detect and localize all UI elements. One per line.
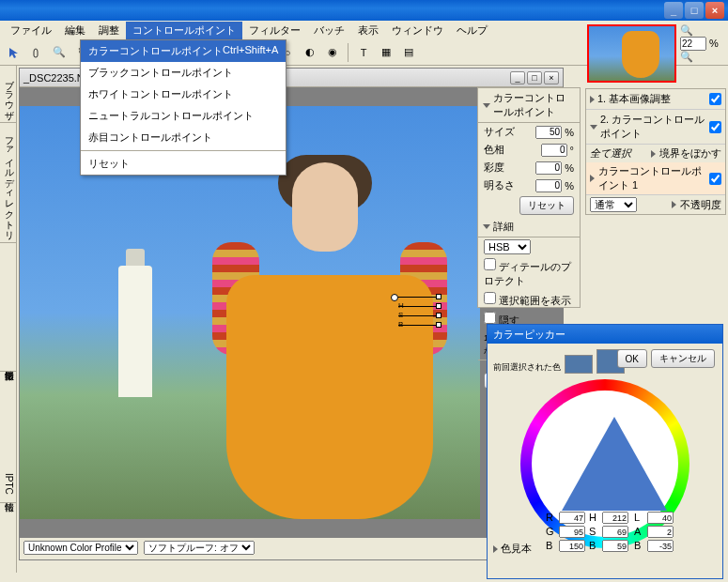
minimize-button[interactable]: _ <box>664 2 683 19</box>
detail-heading: 詳細 <box>493 220 514 234</box>
menu-item-white-cp[interactable]: ホワイトコントロールポイント <box>81 84 286 105</box>
control-point-overlay[interactable]: H S B <box>391 294 398 301</box>
menu-item-color-cp[interactable]: カラーコントロールポイント Ctrl+Shift+A <box>81 40 286 62</box>
tab-shootinfo[interactable]: 撮影情報 <box>0 356 17 372</box>
expand-icon <box>590 125 597 130</box>
bb-input[interactable] <box>647 540 674 552</box>
profile-select[interactable]: Unknown Color Profile <box>23 541 138 555</box>
l-input[interactable] <box>647 512 674 524</box>
menu-controlpoint[interactable]: コントロールポイント <box>126 22 242 39</box>
close-button[interactable]: × <box>705 2 724 19</box>
expand-icon <box>590 175 595 182</box>
tab-filedir[interactable]: ファイルディレクトリ <box>0 123 17 243</box>
cp-cancel-button[interactable]: キャンセル <box>651 349 715 368</box>
menu-help[interactable]: ヘルプ <box>450 22 494 39</box>
adj-basic[interactable]: 1. 基本画像調整 <box>586 89 725 110</box>
menu-item-redeye-cp[interactable]: 赤目コントロールポイント <box>81 127 286 148</box>
prev-color-label: 前回選択された色 <box>493 361 561 374</box>
menu-item-black-cp[interactable]: ブラックコントロールポイント <box>81 62 286 84</box>
check-protect[interactable] <box>484 258 496 270</box>
expand-icon[interactable] <box>493 545 498 553</box>
colorpicker-title: カラーピッカー <box>488 325 722 344</box>
hue-input[interactable] <box>541 144 567 157</box>
cp-ok-button[interactable]: OK <box>617 349 647 368</box>
tab-browser[interactable]: ブラウザ <box>0 66 17 123</box>
menu-filter[interactable]: フィルター <box>242 22 307 39</box>
check-showsel[interactable] <box>484 292 496 304</box>
cp-list-item[interactable]: カラーコントロールポイント 1 <box>586 162 725 195</box>
color-triangle[interactable] <box>562 417 667 511</box>
select-all-link[interactable]: 全て選択 <box>590 146 631 161</box>
tool-text[interactable]: T <box>353 42 374 63</box>
adj-check[interactable] <box>709 93 721 105</box>
b2-input[interactable] <box>602 540 628 552</box>
s-input[interactable] <box>602 526 628 538</box>
softproof-select[interactable]: ソフトプルーフ: オフ <box>144 541 255 555</box>
ccp-panel: カラーコントロールポイント サイズ % 色相 ° 彩度 % 明るさ % リセット… <box>477 87 581 308</box>
b-input[interactable] <box>559 540 585 552</box>
maximize-button[interactable]: □ <box>685 2 704 19</box>
menu-file[interactable]: ファイル <box>4 22 58 39</box>
menu-item-neutral-cp[interactable]: ニュートラルコントロールポイント <box>81 105 286 127</box>
blend-select[interactable]: 通常 <box>590 197 637 212</box>
tool-misc2[interactable]: ▤ <box>398 42 419 63</box>
right-column: 🔍 % 🔍 1. 基本画像調整 2. カラーコントロールポイント 全て選択境界を… <box>585 23 726 215</box>
a-input[interactable] <box>647 526 674 538</box>
menu-batch[interactable]: バッチ <box>307 22 351 39</box>
size-input[interactable] <box>535 126 562 139</box>
tab-iptc[interactable]: IPTC情報 <box>0 466 17 503</box>
subject-graphic <box>208 162 452 519</box>
color-values: RHL GSA BBB <box>546 512 677 552</box>
zoom-out-icon[interactable]: 🔍 <box>680 51 719 63</box>
tool-cp-color[interactable]: ◉ <box>322 42 343 63</box>
tool-zoom[interactable]: 🔍 <box>49 42 70 63</box>
g-input[interactable] <box>559 526 585 538</box>
adjustments-panel: 1. 基本画像調整 2. カラーコントロールポイント 全て選択境界をぼかす カラ… <box>585 88 726 215</box>
expand-icon[interactable] <box>672 201 676 208</box>
colorpicker-dialog: カラーピッカー OK キャンセル 前回選択された色 RHL GSA BBB 色見… <box>487 324 723 579</box>
thumbnail[interactable] <box>587 24 676 83</box>
collapse-icon[interactable] <box>483 224 490 229</box>
check-hide[interactable] <box>484 312 496 324</box>
expand-icon <box>590 96 595 103</box>
tool-hand[interactable] <box>26 42 47 63</box>
doc-maximize[interactable]: □ <box>527 71 542 84</box>
r-input[interactable] <box>559 512 585 524</box>
titlebar: _ □ × <box>0 0 728 21</box>
doc-close[interactable]: × <box>544 71 559 84</box>
menu-item-shortcut: Ctrl+Shift+A <box>223 44 278 58</box>
bright-input[interactable] <box>535 179 562 192</box>
menu-adjust[interactable]: 調整 <box>92 22 126 39</box>
tool-misc1[interactable]: ▦ <box>376 42 396 63</box>
prev-swatch[interactable] <box>565 355 593 374</box>
menu-item-label: カラーコントロールポイント <box>88 44 223 58</box>
adj-check[interactable] <box>709 121 721 133</box>
statusbar: Unknown Color Profile ソフトプルーフ: オフ <box>20 538 563 557</box>
swatch-link[interactable]: 色見本 <box>501 542 532 556</box>
h-input[interactable] <box>602 512 628 524</box>
menu-edit[interactable]: 編集 <box>58 22 92 39</box>
panel-title: カラーコントロールポイント <box>493 91 575 119</box>
tool-cp-neutral[interactable]: ◐ <box>300 42 320 63</box>
lighthouse-graphic <box>118 266 152 397</box>
tool-arrow[interactable] <box>4 42 24 63</box>
mode-select[interactable]: HSB <box>484 239 531 254</box>
zoom-input[interactable] <box>680 37 706 51</box>
menu-view[interactable]: 表示 <box>351 22 385 39</box>
collapse-icon[interactable] <box>483 103 490 108</box>
adj-ccp[interactable]: 2. カラーコントロールポイント <box>586 110 725 145</box>
controlpoint-menu: カラーコントロールポイント Ctrl+Shift+A ブラックコントロールポイン… <box>80 39 287 176</box>
expand-icon[interactable] <box>651 150 656 158</box>
zoom-in-icon[interactable]: 🔍 <box>680 24 719 37</box>
menu-item-reset[interactable]: リセット <box>81 153 286 175</box>
cp-check[interactable] <box>709 173 721 185</box>
left-sidebar: ブラウザ ファイルディレクトリ 撮影情報 IPTC情報 <box>0 66 17 573</box>
sat-input[interactable] <box>535 161 562 175</box>
menu-window[interactable]: ウィンドウ <box>385 22 450 39</box>
doc-minimize[interactable]: _ <box>510 71 525 84</box>
reset-button[interactable]: リセット <box>519 196 574 215</box>
